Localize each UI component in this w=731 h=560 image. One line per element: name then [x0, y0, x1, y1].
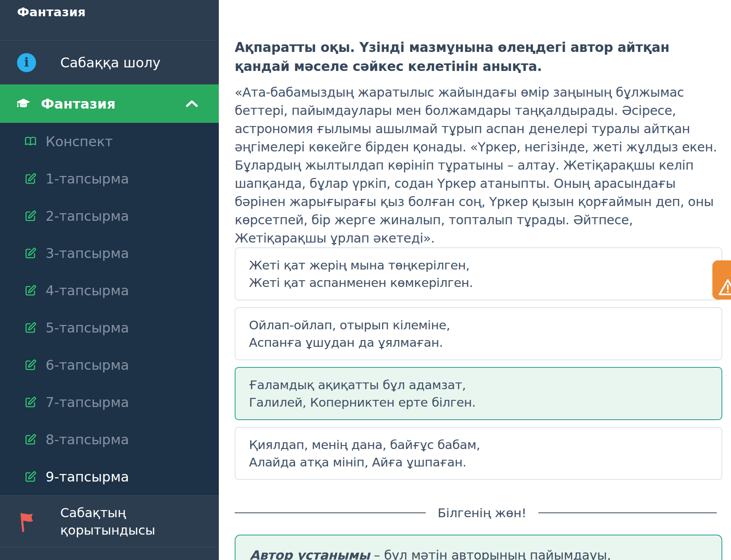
divider-line [235, 512, 426, 513]
sidebar-item-task-2[interactable]: 2-тапсырма [0, 197, 219, 235]
task-instruction: Ақпаратты оқы. Үзінді мазмұнына өлеңдегі… [235, 38, 704, 76]
sidebar-section-fantasy[interactable]: Фантазия [0, 84, 219, 123]
sidebar-header: Фантазия [0, 0, 219, 40]
sidebar-item-label: Конспект [46, 134, 113, 149]
graduation-cap-icon [16, 98, 31, 110]
option-line: Галилей, Коперниктен ерте білген. [249, 394, 708, 411]
divider-line [538, 512, 717, 513]
sidebar-item-label: 7-тапсырма [46, 394, 129, 410]
flag-icon [17, 511, 37, 532]
sidebar-item-label: 4-тапсырма [46, 283, 129, 298]
answer-option-1[interactable]: Жеті қат жерің мына төңкерілген, Жеті қа… [235, 247, 722, 300]
lesson-title: Фантазия [17, 5, 219, 19]
sidebar-item-task-8[interactable]: 8-тапсырма [0, 421, 219, 458]
sidebar-item-lesson-summary[interactable]: Сабақтың қорытындысы [0, 496, 219, 547]
sidebar-item-task-6[interactable]: 6-тапсырма [0, 346, 219, 384]
sidebar-item-label: 3-тапсырма [46, 245, 129, 261]
option-line: Аспанға ұшудан да ұялмаған. [249, 334, 708, 351]
option-line: Қиялдап, менің дана, байғұс бабам, [249, 436, 708, 453]
pencil-icon [25, 434, 36, 445]
answer-option-3-selected[interactable]: Ғаламдық ақиқатты бұл адамзат, Галилей, … [235, 367, 722, 420]
sidebar-item-konspekt[interactable]: Конспект [0, 123, 219, 160]
option-line: Ғаламдық ақиқатты бұл адамзат, [249, 376, 708, 394]
pencil-icon [25, 471, 36, 483]
answer-options: Жеті қат жерің мына төңкерілген, Жеті қа… [235, 247, 722, 480]
pencil-icon [25, 285, 36, 296]
sidebar-item-label: 9-тапсырма [46, 469, 129, 485]
sidebar-section-items: Конспект 1-тапсырма 2- [0, 123, 219, 495]
option-line: Ойлап-ойлап, отырып кілеміне, [249, 316, 708, 334]
pencil-icon [25, 173, 36, 185]
sidebar-item-label: Сабаққа шолу [60, 55, 161, 71]
sidebar-item-lesson-overview[interactable]: i Сабаққа шолу [0, 40, 219, 84]
warning-badge-button[interactable] [712, 260, 731, 300]
sidebar-item-task-5[interactable]: 5-тапсырма [0, 309, 219, 346]
sidebar-item-label: 8-тапсырма [46, 432, 129, 447]
sidebar-item-label: 2-тапсырма [46, 208, 129, 224]
option-line: Жеті қат жерің мына төңкерілген, [249, 256, 708, 274]
lesson-page: Фантазия i Сабаққа шолу Фантазия [0, 0, 731, 560]
answer-option-4[interactable]: Қиялдап, менің дана, байғұс бабам, Алайд… [235, 427, 722, 480]
pencil-icon [25, 210, 36, 222]
pencil-icon [25, 247, 36, 259]
sidebar-item-label: 6-тапсырма [46, 357, 129, 373]
sidebar-item-label: 5-тапсырма [46, 320, 129, 336]
definition-text: Автор ұстанымы – бұл мәтін авторының пай… [250, 544, 658, 560]
option-line: Алайда атқа мініп, Айға ұшпаған. [249, 453, 708, 471]
scrolled-task-title: 9-тапсырма [235, 0, 722, 2]
answer-option-2[interactable]: Ойлап-ойлап, отырып кілеміне, Аспанға ұш… [235, 307, 722, 360]
divider-label: Білгенің жөн! [438, 505, 526, 521]
pencil-icon [25, 322, 36, 334]
sidebar: Фантазия i Сабаққа шолу Фантазия [0, 0, 219, 560]
task-content: 9-тапсырма Ақпаратты оқы. Үзінді мазмұны… [219, 0, 731, 560]
sidebar-item-task-1[interactable]: 1-тапсырма [0, 160, 219, 197]
option-line: Жеті қат аспанменен көмкерілген. [249, 274, 708, 291]
good-to-know-divider: Білгенің жөн! [235, 505, 722, 521]
definition-note: Автор ұстанымы – бұл мәтін авторының пай… [235, 535, 722, 560]
chevron-up-icon [186, 99, 198, 108]
pencil-icon [25, 396, 36, 408]
sidebar-footer: Сабақтың қорытындысы [0, 495, 219, 560]
sidebar-section-label: Фантазия [41, 96, 115, 112]
sidebar-item-task-4[interactable]: 4-тапсырма [0, 272, 219, 309]
pencil-icon [25, 359, 36, 371]
sidebar-item-task-3[interactable]: 3-тапсырма [0, 235, 219, 272]
definition-term: Автор ұстанымы [250, 548, 370, 560]
reading-passage: «Ата-бабамыздың жаратылыс жайындағы өмір… [235, 83, 722, 247]
sidebar-item-label: 1-тапсырма [46, 171, 129, 187]
sidebar-item-label: Сабақтың қорытындысы [60, 504, 155, 539]
sidebar-item-task-9[interactable]: 9-тапсырма [0, 458, 219, 495]
book-icon [25, 136, 36, 147]
info-icon: i [17, 53, 36, 72]
sidebar-item-task-7[interactable]: 7-тапсырма [0, 384, 219, 421]
